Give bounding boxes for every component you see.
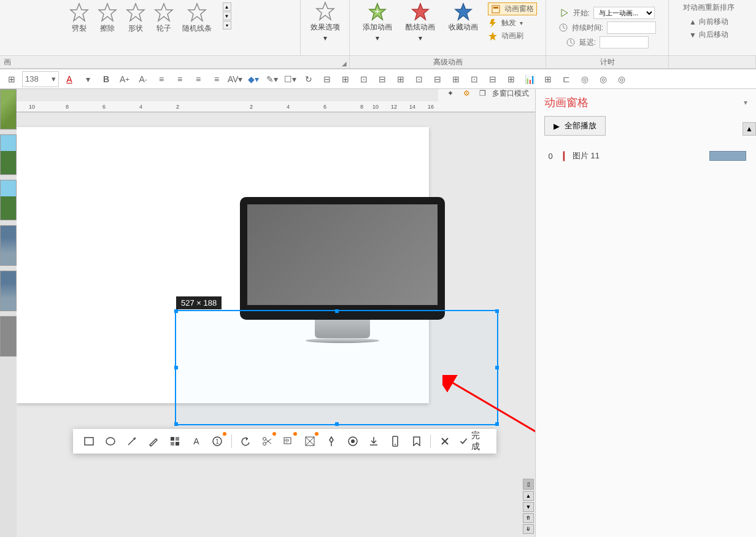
align-justify-button[interactable]: ≡ <box>209 71 225 87</box>
scroll-up-button[interactable]: ▲ <box>523 491 534 501</box>
slide-thumbnail[interactable] <box>0 271 17 311</box>
font-color-button[interactable]: A <box>61 71 77 87</box>
counter-tool-button[interactable]: 1 <box>210 433 225 449</box>
effect-split[interactable]: 劈裂 <box>69 2 89 34</box>
resize-handle[interactable] <box>495 366 499 369</box>
align-tool-1[interactable]: ⊟ <box>319 71 335 87</box>
arrow-tool-button[interactable] <box>125 433 140 449</box>
pin-button[interactable] <box>323 433 339 449</box>
outline-button[interactable]: ☐▾ <box>282 71 298 87</box>
align-objects-button[interactable]: ⊏ <box>558 71 574 87</box>
trigger-button[interactable]: 触发 ▾ <box>488 18 537 28</box>
align-tool-5[interactable]: ⊞ <box>393 71 409 87</box>
move-later-button[interactable]: ▼ 向后移动 <box>689 28 728 41</box>
combine-1[interactable]: ◎ <box>577 71 593 87</box>
slide-thumbnail[interactable] <box>0 89 17 129</box>
scissors-button[interactable] <box>260 433 275 449</box>
line-spacing-button[interactable]: AV▾ <box>227 71 243 87</box>
combine-3[interactable]: ◎ <box>614 71 630 87</box>
font-size-input[interactable]: 138▾ <box>22 71 59 87</box>
align-left-button[interactable]: ≡ <box>153 71 169 87</box>
record-button[interactable] <box>345 433 360 449</box>
add-animation-button[interactable]: + 添加动画 ▾ <box>359 1 396 44</box>
resize-handle[interactable] <box>495 309 499 313</box>
resize-handle[interactable] <box>495 422 499 426</box>
font-increase-button[interactable]: A+ <box>117 71 133 87</box>
align-tool-4[interactable]: ⊟ <box>374 71 390 87</box>
text-tool-button[interactable]: A <box>188 433 204 449</box>
chart-tool-button[interactable]: 📊 <box>522 71 538 87</box>
scroll-down-button[interactable]: ▼ <box>523 502 534 512</box>
effect-wheel[interactable]: 轮子 <box>154 2 174 34</box>
ocr-button[interactable] <box>302 433 317 449</box>
align-center-button[interactable]: ≡ <box>172 71 188 87</box>
pane-menu-icon[interactable]: ▾ <box>744 98 747 107</box>
align-right-button[interactable]: ≡ <box>190 71 206 87</box>
distribute-v-button[interactable]: ⊡ <box>466 71 482 87</box>
move-earlier-button[interactable]: ▲ 向前移动 <box>689 15 728 28</box>
bold-button[interactable]: B <box>98 71 114 87</box>
pen-tool-button[interactable] <box>146 433 161 449</box>
slide-thumbnail[interactable] <box>0 180 17 220</box>
shape-fill-button[interactable]: ◆▾ <box>245 71 261 87</box>
done-button[interactable]: 完成 <box>458 430 488 452</box>
effect-shape[interactable]: 形状 <box>126 2 145 34</box>
next-slide-button[interactable]: ⤋ <box>523 524 534 534</box>
slide-thumbnail[interactable] <box>0 225 17 266</box>
align-tool-6[interactable]: ⊡ <box>411 71 427 87</box>
slide-thumbnail[interactable] <box>0 316 17 357</box>
combine-2[interactable]: ◎ <box>595 71 611 87</box>
animation-painter-button[interactable]: 动画刷 <box>488 31 537 41</box>
align-tool-7[interactable]: ⊟ <box>430 71 446 87</box>
align-tool-2[interactable]: ⊞ <box>338 71 353 87</box>
resize-handle[interactable] <box>174 366 178 369</box>
effect-wipe[interactable]: 擦除 <box>98 2 117 34</box>
table-tool-button[interactable]: ⊞ <box>540 71 556 87</box>
gear-icon[interactable]: ⚙ <box>460 89 472 99</box>
resize-handle[interactable] <box>335 422 339 426</box>
slide-thumbnail[interactable] <box>0 134 17 175</box>
animation-list-item[interactable]: 0 ┃ 图片 11 <box>544 148 747 164</box>
start-select[interactable]: 与上一动画... <box>593 7 655 19</box>
duration-input[interactable] <box>607 21 656 34</box>
resize-handle[interactable] <box>335 309 339 313</box>
translate-button[interactable]: 中 <box>281 433 296 449</box>
multi-window-label[interactable]: 多窗口模式 <box>492 89 529 99</box>
scroll-thumb[interactable]: ▯ <box>523 479 534 490</box>
mosaic-tool-button[interactable] <box>167 433 182 449</box>
highlight-button[interactable]: ✎▾ <box>264 71 280 87</box>
chevron-down-icon[interactable]: ▾ <box>80 71 96 87</box>
cool-animation-button[interactable]: 酷炫动画 ▾ <box>402 1 439 44</box>
download-button[interactable] <box>366 433 382 449</box>
prev-slide-button[interactable]: ⤊ <box>523 513 534 523</box>
close-button[interactable] <box>437 433 452 449</box>
resize-handle[interactable] <box>174 422 178 426</box>
window-icon[interactable]: ❐ <box>476 89 488 99</box>
font-decrease-button[interactable]: A- <box>135 71 151 87</box>
distribute-h-button[interactable]: ⊞ <box>448 71 464 87</box>
collapse-button[interactable]: ▲ <box>742 122 756 136</box>
gallery-scroll-down[interactable]: ▼ <box>223 12 231 20</box>
gallery-scroll-up[interactable]: ▲ <box>223 2 231 11</box>
effect-random-bars[interactable]: 随机线条 <box>182 2 212 34</box>
equal-width-button[interactable]: ⊟ <box>485 71 501 87</box>
dialog-launcher-icon[interactable]: ◢ <box>342 60 347 67</box>
gallery-more[interactable]: ▾ <box>223 21 231 29</box>
magic-tool-icon[interactable]: ✦ <box>444 89 457 99</box>
tool-misc[interactable]: ⊞ <box>4 71 20 87</box>
delay-input[interactable] <box>600 36 649 48</box>
equal-height-button[interactable]: ⊞ <box>503 71 519 87</box>
fav-animation-button[interactable]: 收藏动画 <box>445 1 482 34</box>
align-tool-3[interactable]: ⊡ <box>356 71 372 87</box>
anim-timeline-bar[interactable] <box>709 151 746 161</box>
resize-handle[interactable] <box>174 309 178 313</box>
ellipse-tool-button[interactable] <box>103 433 118 449</box>
rect-tool-button[interactable] <box>82 433 97 449</box>
bookmark-button[interactable] <box>409 433 425 449</box>
undo-button[interactable] <box>238 433 253 449</box>
animation-pane-button[interactable]: 动画窗格 <box>488 2 537 15</box>
phone-button[interactable] <box>388 433 403 449</box>
screenshot-selection[interactable]: 527 × 188 <box>175 310 498 425</box>
rotate-button[interactable]: ↻ <box>301 71 317 87</box>
effect-options-button[interactable]: 效果选项 ▾ <box>307 0 344 44</box>
